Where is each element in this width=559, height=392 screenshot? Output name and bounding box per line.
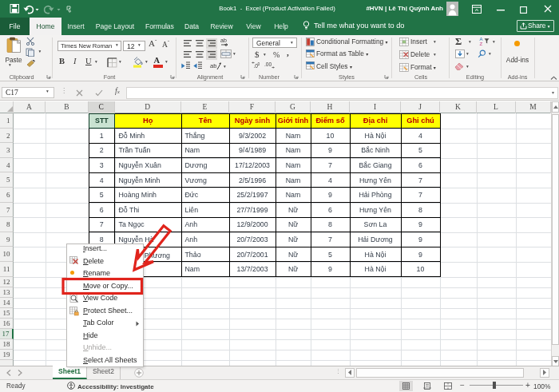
svg-text:ab: ab [210,62,216,69]
svg-text:0: 0 [258,61,260,66]
svg-text:.00: .00 [264,61,272,67]
svg-text:Z: Z [480,42,483,46]
